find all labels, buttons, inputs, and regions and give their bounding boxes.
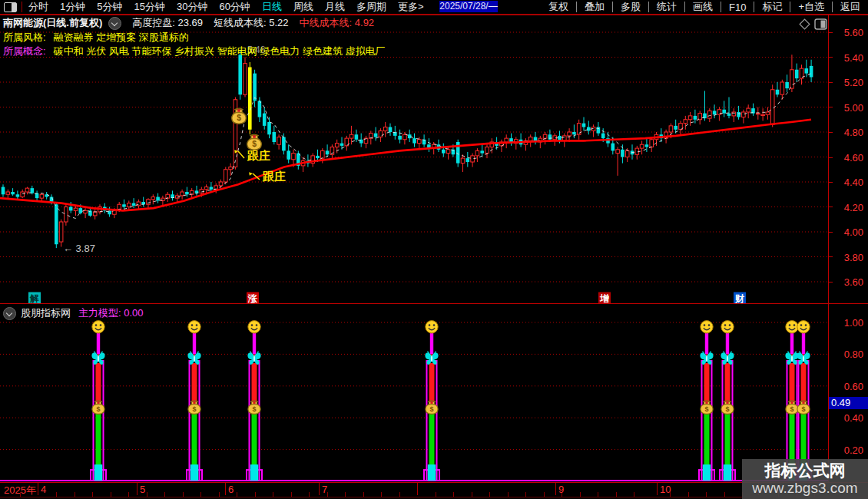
candle — [398, 136, 402, 140]
candle — [650, 140, 654, 147]
split-panel-icon[interactable] — [815, 19, 827, 29]
svg-text:$: $ — [429, 405, 433, 413]
axis-border — [828, 15, 829, 496]
candle — [253, 74, 257, 101]
watermark-url: www.zbgs3.com — [752, 480, 857, 497]
period-tab-1分钟[interactable]: 1分钟 — [60, 0, 85, 14]
money-bag-icon: $ — [247, 134, 262, 150]
candle — [355, 134, 359, 140]
price-axis-label: 3.60 — [831, 276, 863, 288]
indicator-model-value: 主力模型: 0.00 — [78, 306, 144, 320]
candle — [287, 150, 290, 159]
style-label: 所属风格: — [3, 31, 46, 45]
month-tick — [38, 483, 38, 495]
candle — [684, 120, 687, 124]
smiley-icon — [92, 321, 104, 333]
candle — [282, 137, 286, 151]
month-label: 6 — [228, 484, 234, 495]
candle — [84, 210, 88, 213]
period-tab-30分钟[interactable]: 30分钟 — [177, 0, 207, 14]
price-axis-label: 5.40 — [831, 52, 863, 64]
toolbar: 分时1分钟5分钟15分钟30分钟60分钟日线周线月线多周期更多> 复权叠加多股统… — [0, 0, 868, 14]
candle — [412, 138, 416, 144]
candle — [795, 70, 799, 78]
candle — [446, 150, 450, 154]
svg-text:$: $ — [790, 405, 793, 413]
candle — [118, 204, 121, 210]
stock-title[interactable]: 南网能源(日线.前复权) — [3, 16, 102, 30]
candle — [770, 90, 774, 125]
month-tick — [137, 483, 137, 495]
candle — [548, 134, 552, 140]
chevron-down-icon[interactable] — [108, 17, 121, 30]
style-items[interactable]: 融资融券 定增预案 深股通标的 — [54, 31, 189, 45]
concept-tags-row: 所属概念: 碳中和 光伏 风电 节能环保 乡村振兴 智能电网 绿色电力 绿色建筑… — [3, 45, 386, 58]
candle — [747, 108, 750, 112]
candle — [326, 150, 330, 154]
control-degree: 高度控盘: 23.69 — [132, 16, 203, 30]
toolbar-button-返回[interactable]: 返回 — [833, 0, 868, 14]
candle — [780, 82, 784, 94]
toolbar-button-F10[interactable]: F10 — [721, 2, 754, 13]
signal-column: $ — [784, 321, 800, 481]
candle — [742, 112, 746, 117]
candle — [147, 200, 151, 205]
candle — [722, 110, 726, 114]
period-tab-15分钟[interactable]: 15分钟 — [134, 0, 164, 14]
candle — [210, 187, 214, 190]
candle — [229, 167, 233, 170]
svg-text:$: $ — [237, 114, 241, 122]
period-tab-多周期[interactable]: 多周期 — [356, 0, 386, 14]
candle — [485, 147, 489, 154]
candle — [25, 188, 29, 192]
period-tab-60分钟[interactable]: 60分钟 — [219, 0, 250, 14]
smiley-icon — [797, 321, 810, 333]
toolbar-button-+自选[interactable]: +自选 — [790, 0, 832, 14]
price-axis-label: 4.00 — [831, 226, 863, 238]
chart-corner-icons — [795, 17, 833, 32]
candle — [122, 204, 126, 207]
toolbar-button-多股[interactable]: 多股 — [613, 0, 648, 14]
candle — [761, 114, 765, 115]
diamond-icon[interactable] — [800, 19, 810, 29]
candle — [65, 207, 68, 223]
candle — [805, 68, 809, 74]
indicator-pane-chart[interactable]: $$$$$$$$ — [0, 304, 828, 482]
toolbar-button-画线[interactable]: 画线 — [685, 0, 721, 14]
concept-items[interactable]: 碳中和 光伏 风电 节能环保 乡村振兴 智能电网 绿色电力 绿色建筑 虚拟电厂 — [54, 45, 386, 58]
chevron-down-icon[interactable] — [3, 307, 16, 320]
candle — [582, 124, 586, 127]
smiley-icon — [786, 321, 798, 333]
candle — [466, 158, 470, 162]
signal-column: $ — [424, 321, 439, 481]
candle — [132, 203, 136, 206]
svg-text:$: $ — [252, 140, 257, 148]
toolbar-button-标记[interactable]: 标记 — [754, 0, 790, 14]
pane-separator — [0, 303, 868, 304]
candle — [204, 187, 208, 190]
toolbar-button-统计[interactable]: 统计 — [649, 0, 684, 14]
period-tab-月线[interactable]: 月线 — [325, 0, 345, 14]
period-tab-5分钟[interactable]: 5分钟 — [97, 0, 122, 14]
window-icon[interactable] — [4, 2, 17, 12]
mid-cost-line: 中线成本线: 4.92 — [300, 16, 375, 30]
candle — [340, 144, 344, 146]
toolbar-right-actions: 复权叠加多股统计画线F10标记+自选返回 — [541, 0, 868, 14]
period-tab-日线[interactable]: 日线 — [262, 0, 282, 14]
indicator-name[interactable]: 股朋指标网 — [21, 306, 71, 320]
price-axis-label: 3.80 — [831, 252, 863, 263]
toolbar-button-叠加[interactable]: 叠加 — [577, 0, 612, 14]
marquee-char: 涨 — [247, 293, 258, 304]
toolbar-button-复权[interactable]: 复权 — [541, 0, 576, 14]
period-tab-更多>[interactable]: 更多> — [398, 0, 424, 14]
price-axis-label: 4.80 — [831, 127, 863, 138]
period-tab-周线[interactable]: 周线 — [293, 0, 313, 14]
candle — [625, 150, 629, 157]
candle — [59, 222, 63, 242]
candle — [442, 150, 446, 154]
price-axis-label: 4.20 — [831, 202, 863, 213]
period-tab-分时[interactable]: 分时 — [28, 0, 48, 14]
marquee-char: 增 — [599, 293, 609, 304]
candle — [528, 137, 532, 141]
candle — [79, 208, 83, 213]
